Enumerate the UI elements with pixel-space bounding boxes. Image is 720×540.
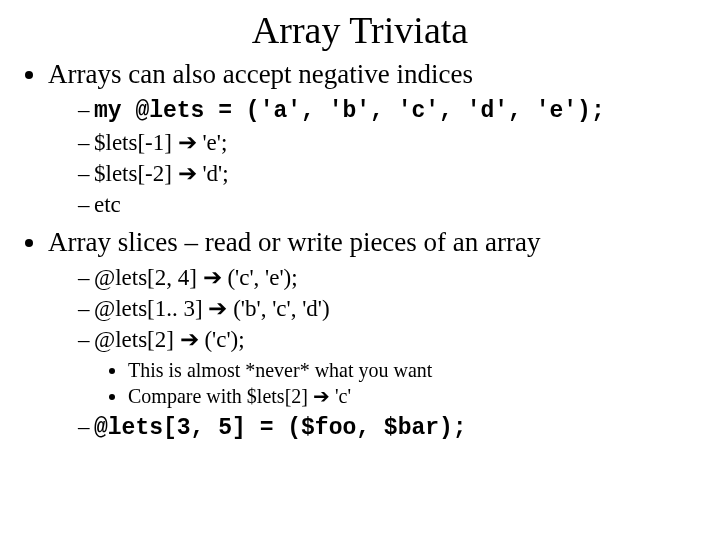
expr: $lets[-2] xyxy=(94,161,178,186)
note-pre: Compare with $lets[2] xyxy=(128,385,313,407)
etc-text: etc xyxy=(94,192,121,217)
arrow-icon: ➔ xyxy=(208,295,227,321)
example-neg2: $lets[-2] ➔ 'd'; xyxy=(78,158,700,189)
example-neg1: $lets[-1] ➔ 'e'; xyxy=(78,127,700,158)
bullet-text: Arrays can also accept negative indices xyxy=(48,59,473,89)
code-text: my @lets = ('a', 'b', 'c', 'd', 'e'); xyxy=(94,98,605,124)
code-text: @lets[3, 5] = ($foo, $bar); xyxy=(94,415,467,441)
slice-ex1: @lets[2, 4] ➔ ('c', 'e'); xyxy=(78,262,700,293)
result: 'e'; xyxy=(197,130,228,155)
note-compare: Compare with $lets[2] ➔ 'c' xyxy=(128,383,700,409)
expr: $lets[-1] xyxy=(94,130,178,155)
slice-ex3: @lets[2] ➔ ('c'); This is almost *never*… xyxy=(78,324,700,409)
note-never: This is almost *never* what you want xyxy=(128,357,700,383)
expr: @lets[2] xyxy=(94,327,180,352)
arrow-icon: ➔ xyxy=(180,326,199,352)
expr: @lets[1.. 3] xyxy=(94,296,208,321)
result: ('c', 'e'); xyxy=(222,265,298,290)
expr: @lets[2, 4] xyxy=(94,265,203,290)
slide: Array Triviata Arrays can also accept ne… xyxy=(0,0,720,444)
bullet-text: Array slices – read or write pieces of a… xyxy=(48,227,541,257)
note-post: 'c' xyxy=(330,385,351,407)
arrow-icon: ➔ xyxy=(178,160,197,186)
etc-item: etc xyxy=(78,189,700,220)
slice-ex2: @lets[1.. 3] ➔ ('b', 'c', 'd') xyxy=(78,293,700,324)
bullet-slices: Array slices – read or write pieces of a… xyxy=(48,226,700,444)
result: 'd'; xyxy=(197,161,229,186)
arrow-icon: ➔ xyxy=(203,264,222,290)
sublist-neg: my @lets = ('a', 'b', 'c', 'd', 'e'); $l… xyxy=(48,94,700,220)
notes-list: This is almost *never* what you want Com… xyxy=(94,357,700,409)
slice-assign: @lets[3, 5] = ($foo, $bar); xyxy=(78,411,700,444)
result: ('b', 'c', 'd') xyxy=(227,296,329,321)
note-text: This is almost *never* what you want xyxy=(128,359,432,381)
arrow-icon: ➔ xyxy=(178,129,197,155)
code-declare: my @lets = ('a', 'b', 'c', 'd', 'e'); xyxy=(78,94,700,127)
slide-title: Array Triviata xyxy=(20,8,700,52)
sublist-slices: @lets[2, 4] ➔ ('c', 'e'); @lets[1.. 3] ➔… xyxy=(48,262,700,444)
bullet-neg-indices: Arrays can also accept negative indices … xyxy=(48,58,700,220)
arrow-icon: ➔ xyxy=(313,385,330,407)
bullet-list: Arrays can also accept negative indices … xyxy=(20,58,700,444)
result: ('c'); xyxy=(199,327,245,352)
